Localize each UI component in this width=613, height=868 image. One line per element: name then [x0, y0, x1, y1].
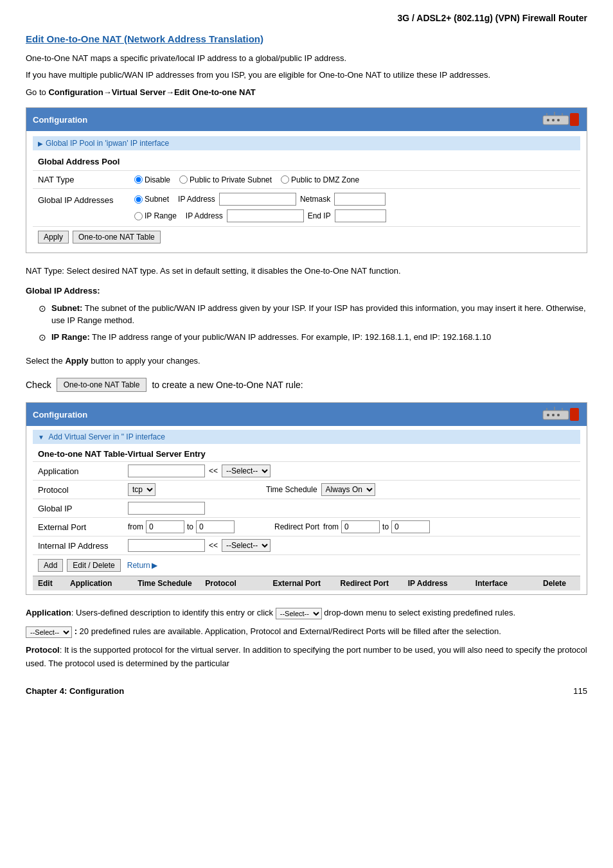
check-after-label: to create a new One-to-One NAT rule:: [152, 380, 303, 390]
redirect-from-label: from: [323, 522, 339, 531]
global-ip-label-2: Global IP: [38, 504, 128, 513]
config-footer-1: Apply One-to-one NAT Table: [33, 226, 580, 247]
router-icon-area: [542, 111, 580, 128]
protocol-desc-para: Protocol: It is the supported protocol f…: [26, 644, 587, 671]
svg-point-4: [557, 119, 560, 121]
ip-address-label-subnet: IP Address: [178, 195, 215, 204]
nat-radio-disable[interactable]: Disable: [134, 175, 170, 184]
to-label: to: [187, 522, 193, 531]
subnet-row: Subnet IP Address Netmask: [134, 193, 386, 206]
netmask-input[interactable]: [334, 193, 386, 206]
time-schedule-select[interactable]: Always On: [321, 483, 375, 496]
nat-radio-dmz[interactable]: Public to DMZ Zone: [281, 175, 359, 184]
check-label: Check: [26, 380, 51, 390]
th-delete: Delete: [543, 579, 575, 588]
protocol-row: Protocol tcp Time Schedule Always On: [33, 480, 580, 499]
select-inline-label: --Select--: [26, 626, 72, 638]
protocol-controls: tcp Time Schedule Always On: [128, 483, 575, 496]
global-ip-label: Global IP Addresses: [38, 195, 134, 205]
ip-range-radio-label[interactable]: IP Range: [134, 211, 177, 220]
add-button[interactable]: Add: [38, 559, 63, 572]
return-arrow: ▶: [152, 561, 157, 570]
global-ip-input[interactable]: [128, 502, 205, 515]
table-header: Edit Application Time Schedule Protocol …: [33, 576, 580, 590]
protocol-desc-text: : It is the supported protocol for the v…: [26, 645, 587, 668]
th-redirect-port: Redirect Port: [341, 579, 408, 588]
global-ip-row: Global IP Addresses Subnet IP Address Ne…: [33, 188, 580, 226]
apply-button[interactable]: Apply: [38, 231, 69, 244]
ip-range-label-bold: IP Range:: [51, 332, 90, 342]
page-footer: Chapter 4: Configuration 115: [26, 686, 587, 696]
external-port-label: External Port: [38, 522, 128, 532]
application-label: Application: [38, 466, 128, 476]
end-ip-input[interactable]: [335, 209, 386, 222]
chapter-label: Chapter 4: Configuration: [26, 686, 124, 696]
nav-instruction: Go to Configuration→Virtual Server→Edit …: [26, 87, 587, 97]
th-protocol: Protocol: [205, 579, 272, 588]
subnet-radio-input[interactable]: [134, 195, 143, 204]
add-virtual-section: Add Virtual Server in " IP interface: [33, 430, 580, 444]
subnet-label-text: Subnet: [145, 195, 169, 204]
internal-ip-input[interactable]: [128, 539, 205, 552]
external-port-group: from to: [128, 520, 235, 533]
intro-text-2: If you have multiple public/WAN IP addre…: [26, 69, 587, 82]
ip-range-desc-text: IP Range: The IP address range of your p…: [51, 331, 491, 344]
application-row: Application << --Select--: [33, 461, 580, 480]
config-header-1: Configuration: [26, 108, 587, 131]
bullet-symbol-1: ⊙: [39, 302, 46, 327]
application-select[interactable]: --Select--: [222, 465, 271, 477]
external-port-from[interactable]: [146, 520, 184, 533]
app-text2: drop-down menu to select existing predef…: [324, 608, 515, 617]
nat-table-check-button[interactable]: One-to-one NAT Table: [57, 378, 147, 392]
svg-point-11: [552, 414, 555, 416]
svg-point-12: [557, 414, 560, 416]
nat-radio-dmz-input[interactable]: [281, 175, 289, 184]
application-controls: << --Select--: [128, 465, 575, 477]
internal-ip-select[interactable]: --Select--: [222, 539, 271, 552]
config-box-2: Configuration Add Virtual Server in " IP…: [26, 402, 587, 595]
nat-radio-disable-input[interactable]: [134, 175, 143, 184]
section-title: Edit One-to-One NAT (Network Address Tra…: [26, 33, 587, 44]
subnet-bullet: ⊙ Subnet: The subnet of the public/WAN I…: [39, 302, 587, 327]
application-arrows: <<: [209, 466, 218, 475]
nat-radio-public-private[interactable]: Public to Private Subnet: [179, 175, 272, 184]
ip-address-label-range: IP Address: [186, 211, 223, 220]
redirect-port-from[interactable]: [341, 520, 380, 533]
config-box-1: Configuration Global IP Pool in 'ipwan' …: [26, 107, 587, 253]
range-ip-input[interactable]: [227, 209, 304, 222]
nat-radio-public-private-input[interactable]: [179, 175, 188, 184]
time-schedule-label: Time Schedule: [266, 485, 317, 494]
ip-range-row: IP Range IP Address End IP: [134, 209, 386, 222]
redirect-port-to[interactable]: [391, 520, 430, 533]
app-select-inline[interactable]: --Select--: [276, 608, 322, 619]
application-input[interactable]: [128, 465, 205, 477]
edit-delete-button[interactable]: Edit / Delete: [67, 559, 120, 572]
th-interface: Interface: [475, 579, 543, 588]
ip-range-label-text: IP Range: [145, 211, 177, 220]
app-bold: Application: [26, 608, 71, 617]
internal-ip-controls: << --Select--: [128, 539, 575, 552]
return-link[interactable]: Return: [127, 561, 150, 570]
select-colon: :: [75, 626, 77, 636]
nat-type-description: NAT Type: Select desired NAT type. As se…: [26, 265, 587, 278]
external-port-to[interactable]: [196, 520, 235, 533]
page-number: 115: [573, 686, 587, 696]
global-pool-section: Global IP Pool in 'ipwan' IP interface: [33, 136, 580, 150]
global-ip-desc-header: Global IP Address:: [26, 285, 587, 298]
ip-range-radio-input[interactable]: [134, 212, 143, 220]
config-body-1: Global IP Pool in 'ipwan' IP interface G…: [26, 131, 587, 252]
end-ip-label: End IP: [308, 211, 331, 220]
app-text: : Users-defined description to identify …: [71, 608, 273, 617]
global-address-pool-header: Global Address Pool: [33, 154, 580, 170]
subnet-ip-input[interactable]: [219, 193, 296, 206]
external-port-controls: from to Redirect Port from to: [128, 520, 575, 533]
th-ip-address: IP Address: [408, 579, 475, 588]
protocol-select[interactable]: tcp: [128, 483, 155, 496]
nat-table-button-1[interactable]: One-to-one NAT Table: [73, 231, 161, 244]
select-inline-select[interactable]: --Select--: [26, 626, 72, 638]
internal-ip-label: Internal IP Address: [38, 541, 128, 551]
svg-point-10: [547, 414, 549, 416]
header-title: 3G / ADSL2+ (802.11g) (VPN) Firewall Rou…: [397, 13, 587, 23]
protocol-label: Protocol: [38, 485, 128, 495]
subnet-radio-label[interactable]: Subnet: [134, 195, 169, 204]
